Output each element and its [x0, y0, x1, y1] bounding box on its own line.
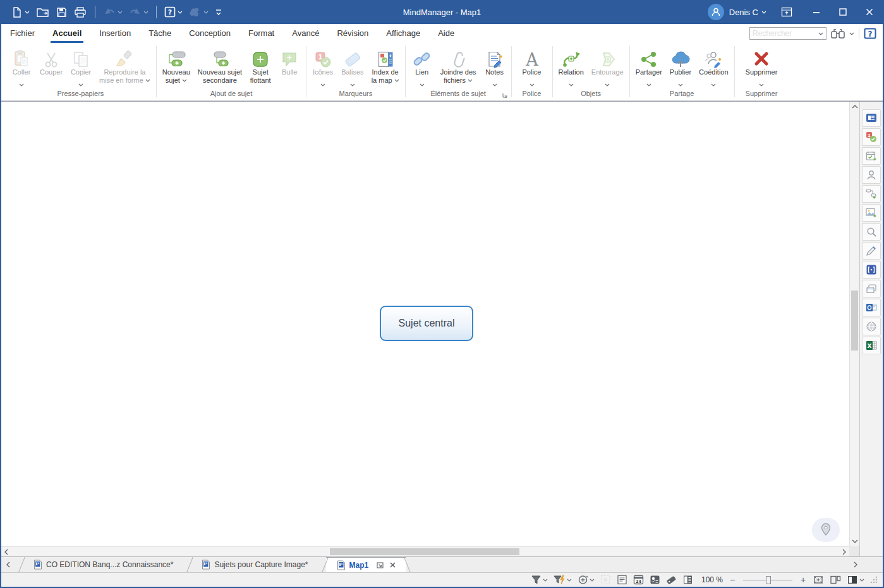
ribbon-tab-insertion[interactable]: Insertion [90, 24, 140, 43]
ribbon-display-options-button[interactable] [775, 0, 798, 24]
ribbon-button-sujet-flottant[interactable]: Sujetflottant [246, 46, 275, 85]
chevron-down-icon[interactable] [761, 11, 766, 14]
help-button[interactable]: ? [864, 28, 876, 39]
close-tab-icon[interactable] [389, 561, 396, 568]
ribbon-tab-accueil[interactable]: Accueil [44, 24, 90, 43]
qat-print-button[interactable] [71, 3, 90, 21]
ribbon-tab-affichage[interactable]: Affichage [377, 24, 429, 43]
map-canvas[interactable]: Sujet central [1, 102, 849, 546]
qat-open-folder-button[interactable] [33, 3, 52, 21]
ribbon-button-reproduire-mise-en-forme: Reproduire lamise en forme [95, 46, 154, 85]
status-notes-view-button[interactable] [617, 575, 627, 585]
sidebar-task-calendar-button[interactable] [862, 147, 881, 165]
sidebar-snip-pen-button[interactable] [862, 242, 881, 260]
zoom-out-button[interactable]: − [729, 575, 736, 585]
ribbon-button-index-de-la-map[interactable]: Index dela map [368, 46, 403, 85]
maximize-button[interactable] [830, 0, 856, 24]
sidebar-capture-button[interactable] [862, 261, 881, 279]
sidebar-windows-button[interactable] [862, 280, 881, 297]
status-fit-map-button[interactable] [813, 575, 824, 585]
document-tab-co-edition[interactable]: CO EDITION Banq...z Connaissance* [23, 557, 183, 572]
status-zoom-select-button[interactable] [578, 575, 595, 585]
scroll-up-icon[interactable] [850, 102, 859, 112]
svg-text:X: X [868, 343, 872, 349]
qat-new-document-button[interactable] [8, 3, 33, 21]
dialog-launcher-icon[interactable] [502, 92, 508, 99]
chevron-down-icon[interactable] [818, 32, 826, 35]
ribbon-group-supprimer: SupprimerSupprimer [735, 43, 789, 100]
chevron-down-icon [567, 579, 572, 582]
minimize-button[interactable] [803, 0, 830, 24]
svg-text:A: A [525, 51, 538, 68]
status-power-filter-button[interactable] [554, 575, 572, 585]
ribbon-tab-tache[interactable]: Tâche [140, 24, 180, 43]
ribbon-tab-conception[interactable]: Conception [180, 24, 239, 43]
ribbon-button-coedition[interactable]: Coédition [695, 46, 732, 90]
status-balance-layout-button[interactable] [830, 575, 841, 585]
sidebar-excel-button[interactable]: X [862, 337, 881, 354]
qat-save-button[interactable] [52, 3, 71, 21]
status-status-markers-button[interactable] [650, 575, 660, 585]
tabs-scroll-left-button[interactable] [1, 557, 15, 572]
central-topic[interactable]: Sujet central [380, 306, 473, 341]
zoom-in-button[interactable]: + [799, 575, 807, 585]
chevron-down-icon[interactable] [849, 32, 854, 35]
ribbon-button-couper: Couper [36, 46, 66, 77]
horizontal-scrollbar[interactable] [1, 546, 849, 556]
ribbon-button-police[interactable]: APolice [518, 46, 547, 90]
ribbon-group-label: Objets [555, 90, 627, 100]
sidebar-web-globe-button[interactable] [862, 318, 881, 335]
power-filter-icon [554, 575, 566, 585]
qat-customize-toolbar-button[interactable] [212, 3, 226, 21]
ribbon-button-joindre-des-fichiers[interactable]: Joindre desfichiers [437, 46, 480, 85]
ribbon-button-partager[interactable]: Partager [632, 46, 666, 90]
status-task-info-button[interactable]: 24 [633, 575, 644, 585]
scroll-down-icon[interactable] [850, 536, 859, 546]
ribbon-tab-avance[interactable]: Avancé [283, 24, 328, 43]
ribbon-button-notes[interactable]: Notes [480, 46, 509, 90]
ribbon-button-nouveau-sujet-secondaire[interactable]: Nouveau sujetsecondaire [194, 46, 246, 85]
ribbon-button-lien[interactable]: Lien [408, 46, 437, 90]
search-input[interactable] [750, 29, 818, 38]
document-tab-sujets-capture[interactable]: Sujets pour Capture Image* [191, 557, 318, 572]
sidebar-outlook-button[interactable] [862, 299, 881, 316]
ribbon-tab-format[interactable]: Format [239, 24, 283, 43]
vertical-scrollbar-thumb[interactable] [851, 291, 858, 351]
find-binoculars-button[interactable] [831, 28, 845, 39]
horizontal-scrollbar-thumb[interactable] [330, 548, 519, 555]
ribbon-button-nouveau-sujet[interactable]: Nouveausujet [159, 46, 194, 85]
qat-help-button[interactable]: ? [161, 3, 186, 21]
scroll-left-icon[interactable] [1, 547, 11, 556]
ribbon-tab-revision[interactable]: Révision [328, 24, 377, 43]
status-panel-toggle-button[interactable] [847, 575, 864, 585]
scroll-right-icon[interactable] [839, 547, 849, 556]
location-pin-button[interactable] [812, 518, 840, 542]
sidebar-map-parts-button[interactable] [862, 185, 881, 203]
document-tab-map1[interactable]: Map1 [326, 557, 407, 572]
sidebar-contacts-button[interactable] [862, 166, 881, 184]
close-button[interactable] [856, 0, 883, 24]
zoom-slider[interactable] [743, 580, 792, 580]
title-bar: ? MindManager - Map1 Denis C [1, 0, 883, 24]
ribbon-button-relation[interactable]: Relation [555, 46, 588, 90]
popout-icon[interactable] [376, 561, 384, 569]
ribbon-tab-fichier[interactable]: Fichier [1, 24, 44, 43]
tabs-scroll-right-button[interactable] [849, 557, 863, 572]
status-status-tags-button[interactable] [666, 575, 677, 585]
user-avatar[interactable] [708, 4, 724, 20]
vertical-scrollbar[interactable] [849, 102, 859, 546]
status-filter-button[interactable] [531, 575, 548, 585]
user-menu[interactable]: Denis C [729, 8, 758, 17]
chevron-down-icon [759, 83, 764, 87]
sidebar-image-library-button[interactable] [862, 204, 881, 222]
ribbon-tab-aide[interactable]: Aide [429, 24, 463, 43]
ribbon-button-publier[interactable]: Publier [666, 46, 695, 90]
zoom-slider-thumb[interactable] [766, 576, 771, 584]
sidebar-search-button[interactable] [862, 223, 881, 241]
status-status-index-button[interactable] [682, 575, 693, 585]
separator [95, 6, 95, 18]
sidebar-map-view-button[interactable] [862, 109, 881, 127]
ribbon-button-supprimer[interactable]: Supprimer [742, 46, 782, 90]
sidebar-marker-index-button[interactable]: 1 [862, 128, 881, 146]
ribbon-button-balises: Balises [337, 46, 367, 90]
